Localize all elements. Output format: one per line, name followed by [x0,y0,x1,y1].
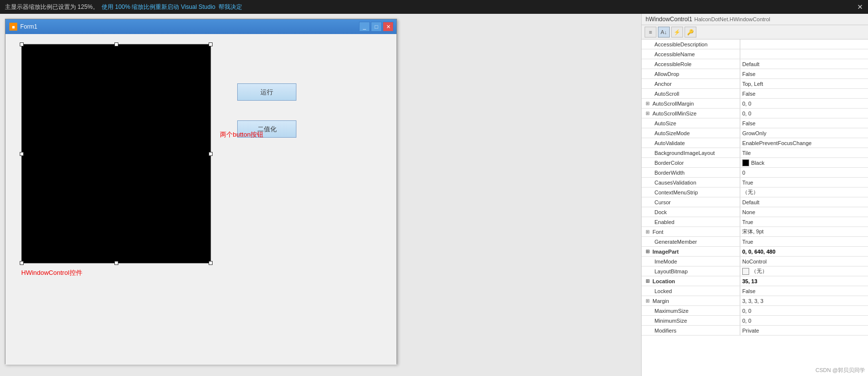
prop-name: Enabled [642,217,740,226]
prop-name: AutoSize [642,118,740,128]
notification-close[interactable]: ✕ [857,3,863,11]
prop-name: ⊞Location [642,276,740,286]
props-type: HalconDotNet.HWindowControl [694,16,770,22]
run-button[interactable]: 运行 [237,83,296,101]
prop-value: 0, 0, 640, 480 [740,247,868,256]
prop-name-text: Dock [654,209,667,215]
prop-value-text: True [742,219,753,225]
handle-middle-left[interactable] [20,152,24,156]
prop-value: NoControl [740,257,868,266]
prop-row[interactable]: GenerateMemberTrue [642,237,868,247]
expand-icon[interactable]: ⊞ [646,278,650,284]
prop-name-text: ImagePart [652,249,679,255]
prop-name-text: Anchor [654,81,672,87]
expand-icon[interactable]: ⊞ [646,111,650,116]
prop-value-text: True [742,180,753,186]
prop-name-text: GenerateMember [654,239,697,245]
prop-row[interactable]: CausesValidationTrue [642,178,868,188]
handle-middle-right[interactable] [209,152,213,156]
prop-row[interactable]: ⊞AutoScrollMinSize0, 0 [642,109,868,118]
prop-row[interactable]: ⊞AutoScrollMargin0, 0 [642,99,868,109]
prop-row[interactable]: MinimumSize0, 0 [642,316,868,326]
prop-value: Top, Left [740,79,868,88]
prop-name: AutoValidate [642,138,740,148]
prop-name-text: BorderColor [654,160,684,166]
prop-value-text: （无） [742,188,759,196]
watermark: CSDN @郭贝贝同学 [816,367,865,374]
prop-row[interactable]: CursorDefault [642,197,868,207]
prop-name: BackgroundImageLayout [642,148,740,157]
prop-row[interactable]: BorderColorBlack [642,158,868,168]
toolbar-key-btn[interactable]: 🔑 [685,27,696,38]
prop-name-text: AccessibleDescription [654,41,708,47]
prop-row[interactable]: ⊞Font宋体, 9pt [642,227,868,237]
toolbar-categories-btn[interactable]: ≡ [645,27,656,38]
expand-icon[interactable]: ⊞ [646,229,650,234]
notification-link[interactable]: 使用 100% 缩放比例重新启动 Visual Studio [102,3,216,11]
prop-row[interactable]: ModifiersPrivate [642,326,868,336]
prop-name-text: MaximumSize [654,308,688,314]
prop-row[interactable]: LayoutBitmap（无） [642,266,868,276]
prop-name: ⊞ImagePart [642,247,740,256]
prop-name: AutoScroll [642,89,740,98]
prop-row[interactable]: AnchorTop, Left [642,79,868,89]
prop-row[interactable]: LockedFalse [642,286,868,296]
prop-row[interactable]: AutoSizeFalse [642,118,868,128]
prop-value: False [740,286,868,296]
handle-top-right[interactable] [209,42,213,46]
prop-row[interactable]: AutoValidateEnablePreventFocusChange [642,138,868,148]
prop-row[interactable]: AccessibleName [642,49,868,59]
handle-bottom-right[interactable] [209,261,213,265]
prop-name-text: CausesValidation [654,180,696,186]
prop-row[interactable]: AllowDropFalse [642,69,868,79]
prop-value: 0 [740,168,868,177]
minimize-button[interactable]: _ [359,22,370,32]
handle-top-middle[interactable] [114,42,118,46]
color-swatch [742,159,749,166]
prop-value-text: 0, 0 [742,318,751,324]
prop-name: AccessibleDescription [642,39,740,49]
prop-value-text: 0, 0 [742,308,751,314]
maximize-button[interactable]: □ [371,22,382,32]
prop-name-text: AutoSizeMode [654,130,690,136]
props-grid[interactable]: AccessibleDescriptionAccessibleNameAcces… [642,39,868,376]
notification-action[interactable]: 帮我决定 [218,3,242,11]
prop-row[interactable]: BackgroundImageLayoutTile [642,148,868,158]
prop-name: AccessibleName [642,49,740,59]
prop-row[interactable]: AccessibleDescription [642,39,868,49]
prop-row[interactable]: EnabledTrue [642,217,868,227]
prop-row[interactable]: ContextMenuStrip（无） [642,188,868,197]
prop-value-text: Private [742,328,759,334]
prop-row[interactable]: BorderWidth0 [642,168,868,178]
prop-row[interactable]: ImeModeNoControl [642,257,868,266]
prop-value: 0, 0 [740,109,868,118]
expand-icon[interactable]: ⊞ [646,249,650,254]
expand-icon[interactable]: ⊞ [646,101,650,106]
expand-icon[interactable]: ⊞ [646,298,650,303]
toolbar-alphabetic-btn[interactable]: A↓ [658,27,670,38]
prop-row[interactable]: AccessibleRoleDefault [642,59,868,69]
prop-value-text: 宋体, 9pt [742,228,763,235]
toolbar-events-btn[interactable]: ⚡ [671,27,683,38]
prop-row[interactable]: MaximumSize0, 0 [642,306,868,316]
form-title: Form1 [20,23,37,30]
prop-value: Private [740,326,868,335]
prop-row[interactable]: AutoScrollFalse [642,89,868,99]
handle-bottom-left[interactable] [20,261,24,265]
prop-name-text: AutoValidate [654,140,685,146]
notification-text: 主显示器缩放比例已设置为 125%。 [5,3,99,11]
prop-name-text: Location [652,278,675,284]
prop-row[interactable]: AutoSizeModeGrowOnly [642,128,868,138]
handle-bottom-middle[interactable] [114,261,118,265]
close-button[interactable]: ✕ [383,22,394,32]
prop-value-text: 0, 0 [742,101,751,107]
handle-top-left[interactable] [20,42,24,46]
prop-row[interactable]: ⊞Margin3, 3, 3, 3 [642,296,868,306]
prop-name-text: MinimumSize [654,318,687,324]
prop-row[interactable]: DockNone [642,207,868,217]
prop-row[interactable]: ⊞ImagePart0, 0, 640, 480 [642,247,868,257]
prop-value-text: Black [751,160,764,166]
prop-value-text: Default [742,199,760,205]
prop-row[interactable]: ⊞Location35, 13 [642,276,868,286]
buttons-area: 运行 二值化 [237,83,296,138]
